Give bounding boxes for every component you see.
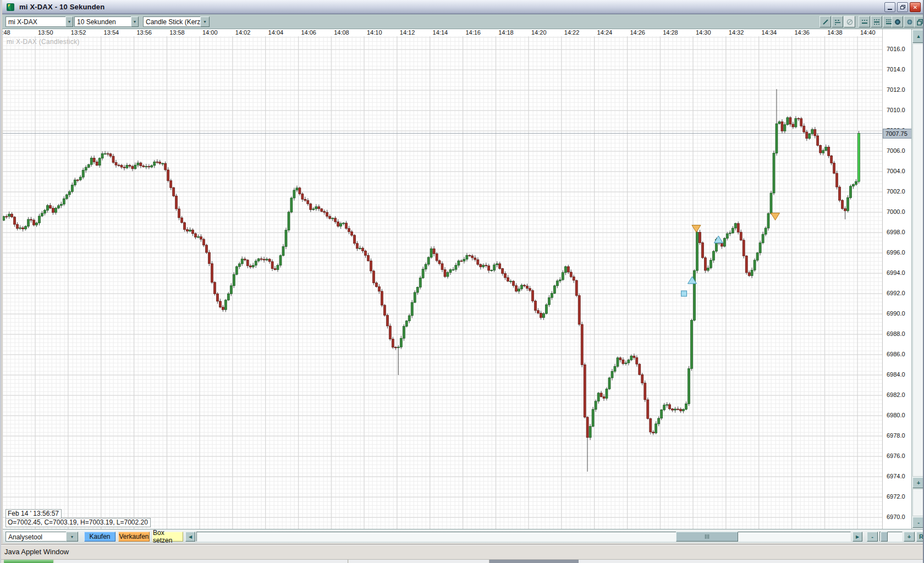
y-tick-label: 7010.0 — [887, 107, 905, 113]
close-icon: ✕ — [913, 4, 917, 10]
hatched-circle-button[interactable] — [904, 16, 915, 27]
symbol-combobox[interactable]: mi X-DAX ▼ — [6, 16, 73, 27]
chart-type-value[interactable]: Candle Stick (Kerzen — [143, 16, 200, 27]
horizontal-scroll-track[interactable] — [196, 532, 851, 542]
taskbar-sliver — [1, 559, 924, 563]
x-tick-label: 14:24 — [597, 29, 613, 36]
rows-sparse-icon — [861, 18, 868, 26]
y-tick-label: 6998.0 — [887, 229, 905, 235]
x-tick-label: 14:10 — [367, 29, 382, 36]
no-draw-icon — [846, 18, 854, 26]
y-tick-label: 6978.0 — [887, 432, 905, 439]
pen-line-icon — [822, 18, 829, 26]
y-tick-label: 6982.0 — [887, 391, 905, 398]
zoom-out-vertical-button[interactable]: - — [912, 517, 924, 528]
title-bar[interactable]: mi X-DAX - 10 Sekunden ✕ — [2, 0, 924, 14]
y-tick-label: 7002.0 — [887, 188, 905, 195]
x-tick-label: 14:36 — [794, 29, 810, 36]
x-tick-label: 14:32 — [729, 29, 744, 36]
hatched-circle-icon — [906, 18, 914, 26]
y-tick-label: 6974.0 — [887, 473, 905, 479]
interval-value[interactable]: 10 Sekunden — [74, 16, 131, 27]
interval-combobox[interactable]: 10 Sekunden ▼ — [74, 16, 139, 27]
y-tick-label: 7000.0 — [887, 208, 905, 215]
x-tick-label: 13:50 — [38, 29, 53, 36]
sell-button[interactable]: Verkaufen — [118, 532, 150, 542]
application-window: mi X-DAX - 10 Sekunden ✕ mi X-DAX ▼ 10 S… — [0, 0, 924, 563]
overlap-windows-button[interactable] — [914, 16, 924, 27]
filled-circle-icon — [894, 18, 901, 26]
minimize-icon — [888, 9, 892, 10]
x-tick-label: 14:22 — [564, 29, 580, 36]
tooltip-timestamp: Feb 14 ' 13:56:57 — [6, 509, 62, 518]
horizontal-scroll-thumb[interactable] — [676, 532, 738, 542]
x-tick-label: 14:20 — [531, 29, 547, 36]
last-price-chip: 7007.75 — [883, 129, 911, 139]
vertical-zoom-track[interactable] — [912, 489, 924, 516]
symbol-value[interactable]: mi X-DAX — [6, 16, 65, 27]
x-tick-label: 14:40 — [860, 29, 876, 36]
x-tick-label: 14:28 — [663, 29, 678, 36]
time-axis[interactable]: 13:4813:5013:5213:5413:5613:5814:0014:02… — [3, 29, 882, 36]
y-tick-label: 7006.0 — [887, 147, 905, 154]
app-shield-icon — [6, 3, 15, 12]
bottom-toolbar: Analysetool ▼ Kaufen Verkaufen Box setze… — [3, 529, 924, 543]
chart-type-combobox[interactable]: Candle Stick (Kerzen ▼ — [143, 16, 210, 27]
minus-icon: - — [871, 533, 873, 540]
rows-medium-button[interactable] — [871, 16, 882, 27]
reset-button[interactable]: R — [916, 532, 924, 542]
vertical-scroll-track[interactable] — [912, 43, 924, 477]
y-tick-label: 6980.0 — [887, 412, 905, 418]
no-draw-button[interactable] — [844, 16, 855, 27]
chart-plot-area[interactable]: mi X-DAX (Candlestick) Feb 14 ' 13:56:57… — [3, 36, 882, 529]
arrow-left-icon: ◀ — [189, 534, 192, 539]
price-axis[interactable]: 7007.75 7016.07014.07012.07010.07008.070… — [882, 29, 911, 529]
y-tick-label: 6992.0 — [887, 290, 905, 296]
chevron-down-icon[interactable]: ▼ — [66, 532, 78, 542]
analysis-tool-combobox[interactable]: Analysetool ▼ — [6, 532, 78, 542]
scroll-right-button[interactable]: ▶ — [853, 532, 862, 542]
chevron-down-icon[interactable]: ▼ — [200, 16, 210, 27]
x-tick-label: 14:18 — [498, 29, 514, 36]
vertical-scrollbar[interactable]: ▲ + - — [911, 29, 924, 529]
minus-icon: - — [917, 519, 920, 526]
y-tick-label: 7004.0 — [887, 168, 905, 174]
analysis-tool-value[interactable]: Analysetool — [6, 532, 66, 542]
y-tick-label: 7016.0 — [887, 46, 905, 52]
maximize-button[interactable] — [897, 2, 908, 12]
rows-sparse-button[interactable] — [859, 16, 870, 27]
pen-line-button[interactable] — [820, 16, 831, 27]
buy-button[interactable]: Kaufen — [84, 532, 116, 542]
close-button[interactable]: ✕ — [910, 2, 921, 12]
y-tick-label: 7012.0 — [887, 86, 905, 93]
filled-circle-button[interactable] — [892, 16, 903, 27]
x-tick-label: 14:30 — [696, 29, 711, 36]
taskbar-active-segment — [490, 560, 579, 563]
rows-medium-icon — [873, 18, 881, 26]
chart-toolbar: mi X-DAX ▼ 10 Sekunden ▼ Candle Stick (K… — [2, 14, 924, 29]
horizontal-zoom-thumb[interactable] — [881, 532, 888, 542]
zoom-out-horizontal-button[interactable]: - — [867, 532, 878, 542]
chevron-down-icon[interactable]: ▼ — [131, 16, 139, 27]
dashed-rows-icon — [834, 18, 842, 26]
y-tick-label: 6988.0 — [887, 330, 905, 337]
candlestick-chart[interactable] — [3, 36, 882, 529]
set-box-button[interactable]: Box setzen — [152, 532, 183, 542]
scroll-left-button[interactable]: ◀ — [185, 532, 195, 542]
y-tick-label: 6984.0 — [887, 371, 905, 378]
x-tick-label: 13:54 — [104, 29, 119, 36]
plus-icon: + — [908, 533, 911, 540]
x-tick-label: 14:34 — [762, 29, 777, 36]
minimize-button[interactable] — [884, 2, 895, 12]
scroll-up-button[interactable]: ▲ — [912, 30, 924, 43]
window-title: mi X-DAX - 10 Sekunden — [19, 3, 105, 11]
zoom-in-horizontal-button[interactable]: + — [904, 532, 915, 542]
y-tick-label: 7014.0 — [887, 66, 905, 73]
x-tick-label: 14:16 — [465, 29, 481, 36]
chevron-down-icon[interactable]: ▼ — [65, 16, 73, 27]
x-tick-label: 13:48 — [3, 29, 10, 36]
y-tick-label: 6986.0 — [887, 351, 905, 357]
zoom-in-vertical-button[interactable]: + — [912, 477, 924, 488]
dashed-rows-button[interactable] — [832, 16, 843, 27]
arrow-up-icon: ▲ — [916, 34, 921, 39]
